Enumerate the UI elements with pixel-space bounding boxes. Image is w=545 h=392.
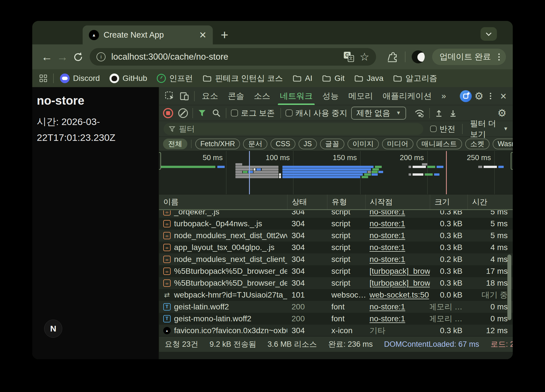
record-button[interactable] xyxy=(163,108,173,118)
filter-chip-6[interactable]: 글꼴 xyxy=(320,139,344,149)
filter-chip-7[interactable]: 이미지 xyxy=(347,139,379,149)
initiator-link[interactable]: no-store:1 xyxy=(370,314,405,323)
bookmark-item-4[interactable]: 핀테크 인턴십 코스 xyxy=(203,73,283,84)
more-filters-button[interactable]: 필터 더보기 ▼ xyxy=(470,118,508,140)
network-conditions-icon[interactable] xyxy=(414,108,425,118)
tab-search-button[interactable] xyxy=(480,27,497,41)
import-har-icon[interactable] xyxy=(434,109,443,118)
back-button[interactable]: ← xyxy=(39,51,55,63)
network-settings-icon[interactable]: ⚙ xyxy=(497,108,507,118)
inspect-element-icon[interactable] xyxy=(162,91,177,101)
bookmark-item-3[interactable]: 인프런 xyxy=(157,73,193,84)
filter-toggle-icon[interactable] xyxy=(198,109,207,117)
column-header-3[interactable]: 유형 xyxy=(327,195,365,209)
menu-dots-icon[interactable] xyxy=(495,53,503,61)
devtools-tab-7[interactable]: 애플리케이션 xyxy=(378,87,437,105)
new-tab-button[interactable]: + xyxy=(221,28,228,41)
table-row[interactable]: ⇄webpack-hmr?id=TJUsiaoi27ta_s…101websoc… xyxy=(159,289,513,301)
invert-checkbox[interactable] xyxy=(430,126,437,132)
forward-button[interactable]: → xyxy=(55,51,70,63)
table-row[interactable]: ▲favicon.ico?favicon.0x3dzn~oxb6…304x-ic… xyxy=(159,325,513,337)
ai-assistance-icon[interactable] xyxy=(460,90,472,102)
devtools-tab-5[interactable]: 성능 xyxy=(317,87,344,105)
url-text[interactable]: localhost:3000/cache/no-store xyxy=(111,52,338,62)
initiator-link[interactable]: web-socket.ts:50 xyxy=(370,290,429,300)
timeline-gridline xyxy=(427,151,428,194)
extensions-icon[interactable] xyxy=(388,51,399,62)
filter-chip-10[interactable]: 소켓 xyxy=(465,139,490,149)
initiator-link[interactable]: no-store:1 xyxy=(370,243,405,252)
column-header-6[interactable]: 시간 xyxy=(467,195,513,209)
filter-chip-1[interactable]: 전체 xyxy=(163,139,187,149)
table-row[interactable]: ‹›app_layout_tsx_004glpo._.js304scriptno… xyxy=(159,242,513,253)
column-header-2[interactable]: 상태 xyxy=(287,195,327,209)
table-row[interactable]: ‹›%5Bturbopack%5D_browser_dev…304script[… xyxy=(159,265,513,277)
timeline-bar xyxy=(235,176,278,178)
disable-cache-checkbox[interactable] xyxy=(286,109,293,117)
table-row[interactable]: Tgeist-latin.woff2200fontno-store:1(메모리 … xyxy=(159,301,513,313)
invert-filter[interactable]: 반전 xyxy=(430,124,456,134)
devtools-tab-3[interactable]: 소스 xyxy=(249,87,275,105)
devtools-tab-6[interactable]: 메모리 xyxy=(344,87,378,105)
devtools-tab-4[interactable]: 네트워크 xyxy=(275,87,317,105)
devtools-tab-8[interactable]: » xyxy=(437,87,451,105)
filter-chip-8[interactable]: 미디어 xyxy=(382,139,413,149)
bookmark-item-5[interactable]: AI xyxy=(293,74,312,83)
clear-button[interactable] xyxy=(178,108,188,118)
devtools-settings-icon[interactable]: ⚙ xyxy=(475,91,484,101)
export-har-icon[interactable] xyxy=(449,109,458,118)
filter-chip-11[interactable]: Wasm xyxy=(493,139,513,149)
table-row[interactable]: ‹›node_modules_next_dist_client_…304scri… xyxy=(159,253,513,265)
site-info-icon[interactable]: i xyxy=(96,52,106,61)
network-overview-timeline[interactable]: 50 ms100 ms150 ms200 ms250 ms xyxy=(159,151,513,195)
initiator-link[interactable]: [turbopack]_brows xyxy=(370,279,430,288)
preserve-log-checkbox[interactable] xyxy=(231,109,238,117)
initiator-link[interactable]: no-store:1 xyxy=(370,302,405,311)
column-header-4[interactable]: 시작점 xyxy=(365,195,430,209)
table-row[interactable]: ‹›%5Bturbopack%5D_browser_dev…304script[… xyxy=(159,277,513,289)
initiator-link[interactable]: [turbopack]_brows xyxy=(370,267,430,276)
devtools-tab-2[interactable]: 콘솔 xyxy=(223,87,249,105)
bookmark-item-6[interactable]: Git xyxy=(322,74,345,83)
bookmark-item-8[interactable]: 알고리즘 xyxy=(393,73,437,84)
table-row[interactable]: ‹›node_modules_next_dist_0tt2wv…304scrip… xyxy=(159,230,513,242)
apps-grid-icon[interactable] xyxy=(40,75,47,82)
initiator-link[interactable]: no-store:1 xyxy=(370,231,405,240)
filter-chip-9[interactable]: 매니페스트 xyxy=(417,139,462,149)
initiator-link[interactable]: no-store:1 xyxy=(370,210,405,216)
tab-close-icon[interactable]: ✕ xyxy=(199,31,207,40)
bookmark-item-7[interactable]: Java xyxy=(354,74,383,83)
filter-input[interactable]: 필터 xyxy=(164,123,423,135)
bookmark-item-2[interactable]: GitHub xyxy=(110,74,147,83)
bookmark-item-1[interactable]: Discord xyxy=(60,74,100,83)
nextjs-dev-badge[interactable]: N xyxy=(44,320,62,338)
table-scrollbar[interactable] xyxy=(507,255,511,320)
bookmark-star-icon[interactable]: ☆ xyxy=(360,51,369,63)
timeline-handle-left[interactable] xyxy=(159,152,161,170)
devtools-menu-icon[interactable] xyxy=(486,93,495,99)
filter-chip-4[interactable]: CSS xyxy=(271,139,295,149)
filter-chip-5[interactable]: JS xyxy=(299,139,317,149)
column-header-1[interactable]: 이름 xyxy=(159,195,287,209)
profile-avatar[interactable] xyxy=(412,50,425,63)
filter-chip-2[interactable]: Fetch/XHR xyxy=(195,139,240,149)
column-header-5[interactable]: 크기 xyxy=(430,195,467,209)
font-file-icon: T xyxy=(163,315,171,322)
url-bar[interactable]: i localhost:3000/cache/no-store G 文 ☆ xyxy=(90,48,376,66)
search-icon[interactable] xyxy=(212,108,221,118)
reload-button[interactable] xyxy=(70,51,86,62)
table-row[interactable]: Tgeist-mono-latin.woff2200fontno-store:1… xyxy=(159,313,513,325)
devtools-close-icon[interactable]: × xyxy=(497,91,509,102)
throttling-dropdown[interactable]: 제한 없음 ▼ xyxy=(351,107,406,120)
timeline-handle-right[interactable] xyxy=(511,152,513,170)
initiator-link[interactable]: no-store:1 xyxy=(370,255,405,264)
update-button[interactable]: 업데이트 완료 xyxy=(432,49,506,65)
table-row[interactable]: ‹›turbopack-_0p44nws._.js304scriptno-sto… xyxy=(159,218,513,230)
filter-chip-3[interactable]: 문서 xyxy=(243,139,267,149)
translate-icon[interactable]: G 文 xyxy=(344,52,354,62)
devtools-tab-1[interactable]: 요소 xyxy=(197,87,223,105)
browser-tab[interactable]: ▲ Create Next App ✕ xyxy=(83,25,213,44)
initiator-link[interactable]: no-store:1 xyxy=(370,219,405,228)
table-row[interactable]: ‹›_orqeker._.js304scriptno-store:10.3 kB… xyxy=(159,210,513,218)
device-toolbar-icon[interactable] xyxy=(177,91,192,101)
